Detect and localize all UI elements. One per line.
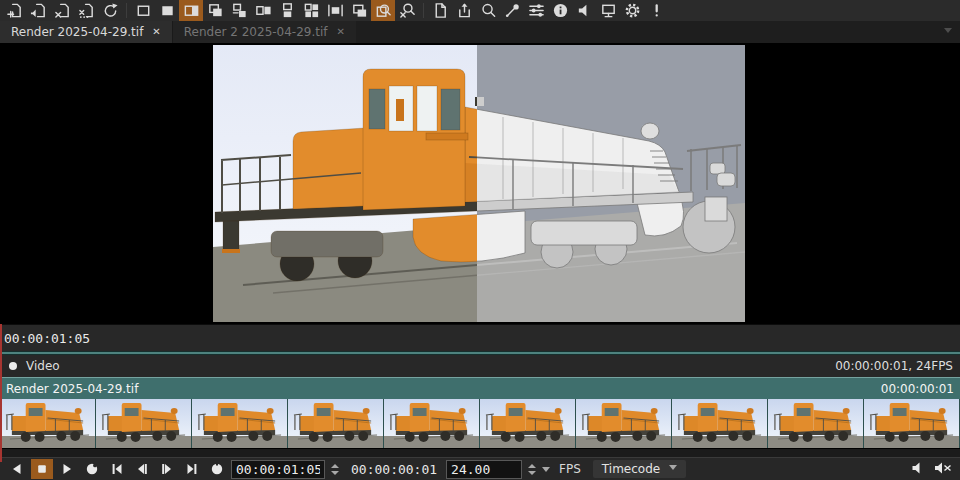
- tab-label: Render 2025-04-29.tif: [11, 25, 143, 39]
- compare-difference-icon[interactable]: [227, 0, 251, 21]
- track-duration-info: 00:00:00:01, 24FPS: [835, 359, 953, 373]
- filmstrip-frame[interactable]: [0, 399, 96, 448]
- image-controls-icon[interactable]: [524, 0, 548, 21]
- mute-icon[interactable]: [934, 460, 952, 479]
- current-frame-field[interactable]: [231, 460, 325, 479]
- go-to-start-button[interactable]: [106, 459, 128, 479]
- audio-controls: [911, 460, 954, 479]
- tab-close-icon[interactable]: ✕: [337, 27, 345, 37]
- filmstrip-frame[interactable]: [576, 399, 672, 448]
- playback-speed-field[interactable]: [446, 460, 522, 479]
- export-icon[interactable]: [452, 0, 476, 21]
- time-units-value: Timecode: [602, 462, 660, 476]
- volume-icon[interactable]: [911, 460, 925, 479]
- filmstrip-frame[interactable]: [96, 399, 192, 448]
- current-timecode: 00:00:01:05: [4, 331, 90, 346]
- chevron-down-icon: [669, 465, 677, 474]
- tab-label: Render 2 2025-04-29.tif: [184, 25, 328, 39]
- filmstrip-frame[interactable]: [384, 399, 480, 448]
- filmstrip-frame[interactable]: [480, 399, 576, 448]
- filmstrip-frame[interactable]: [864, 399, 960, 448]
- display-icon[interactable]: [596, 0, 620, 21]
- main-toolbar: [0, 0, 960, 21]
- view-frame-zoom-icon[interactable]: [371, 0, 395, 21]
- view-fit-width-icon[interactable]: [323, 0, 347, 21]
- previous-frame-button[interactable]: [131, 459, 153, 479]
- timeline-bottom-gap: [0, 448, 960, 457]
- file-open-icon[interactable]: [2, 0, 26, 21]
- djv-application-window: { "toolbar": { "items": [ {"name": "file…: [0, 0, 960, 480]
- play-button[interactable]: [56, 459, 78, 479]
- playhead-marker[interactable]: [0, 324, 2, 462]
- file-reload-icon[interactable]: [98, 0, 122, 21]
- viewer-image[interactable]: [213, 45, 745, 322]
- spin-down-icon[interactable]: [528, 471, 536, 475]
- next-frame-button[interactable]: [156, 459, 178, 479]
- file-tab-bar: Render 2025-04-29.tif ✕ Render 2 2025-04…: [0, 21, 960, 43]
- speed-spinner[interactable]: [528, 464, 536, 475]
- go-to-end-button[interactable]: [181, 459, 203, 479]
- compare-a-icon[interactable]: [131, 0, 155, 21]
- audio-icon[interactable]: [572, 0, 596, 21]
- compare-b-icon[interactable]: [155, 0, 179, 21]
- file-open-with-audio-icon[interactable]: [26, 0, 50, 21]
- compare-overlay-icon[interactable]: [203, 0, 227, 21]
- filmstrip-frame[interactable]: [672, 399, 768, 448]
- viewer-area[interactable]: [0, 43, 960, 324]
- toolbar-separator: [423, 3, 424, 18]
- info-icon[interactable]: [548, 0, 572, 21]
- file-close-all-icon[interactable]: [74, 0, 98, 21]
- track-enabled-dot[interactable]: [9, 362, 17, 370]
- in-out-points-icon[interactable]: [206, 459, 228, 479]
- frame-spinner[interactable]: [331, 464, 339, 475]
- timeline-ruler[interactable]: 00:00:01:05: [0, 324, 960, 351]
- reverse-play-button[interactable]: [6, 459, 28, 479]
- view-zoom-reset-icon[interactable]: [395, 0, 419, 21]
- filmstrip-frame[interactable]: [768, 399, 864, 448]
- tab-list-menu-icon[interactable]: [944, 28, 952, 37]
- tab-render-2[interactable]: Render 2 2025-04-29.tif ✕: [172, 21, 356, 43]
- time-units-dropdown[interactable]: Timecode: [593, 460, 686, 478]
- clip-label: Render 2025-04-29.tif: [6, 382, 138, 396]
- compare-vertical-icon[interactable]: [275, 0, 299, 21]
- compare-wipe-icon[interactable]: [179, 0, 203, 21]
- loop-playback-icon[interactable]: [81, 459, 103, 479]
- video-track-header: Video 00:00:00:01, 24FPS: [0, 355, 960, 377]
- color-picker-icon[interactable]: [500, 0, 524, 21]
- clip-duration: 00:00:00:01: [881, 382, 954, 396]
- stop-button[interactable]: [31, 459, 53, 479]
- filmstrip[interactable]: [0, 399, 960, 448]
- timeline-clip-bar[interactable]: Render 2025-04-29.tif 00:00:00:01: [0, 377, 960, 399]
- fps-label: FPS: [559, 462, 581, 476]
- filmstrip-frame[interactable]: [288, 399, 384, 448]
- filmstrip-frame[interactable]: [192, 399, 288, 448]
- tab-render-1[interactable]: Render 2025-04-29.tif ✕: [0, 21, 172, 43]
- speed-menu-icon[interactable]: [542, 467, 550, 476]
- tab-close-icon[interactable]: ✕: [152, 27, 160, 37]
- spin-up-icon[interactable]: [528, 464, 536, 468]
- compare-horizontal-icon[interactable]: [251, 0, 275, 21]
- duration-display: 00:00:00:01: [351, 462, 437, 477]
- spin-up-icon[interactable]: [331, 464, 339, 468]
- file-close-icon[interactable]: [50, 0, 74, 21]
- magnify-icon[interactable]: [476, 0, 500, 21]
- spin-down-icon[interactable]: [331, 471, 339, 475]
- file-info-icon[interactable]: [428, 0, 452, 21]
- windows-arrange-icon[interactable]: [347, 0, 371, 21]
- settings-icon[interactable]: [620, 0, 644, 21]
- toolbar-separator: [126, 3, 127, 18]
- compare-tile-icon[interactable]: [299, 0, 323, 21]
- messages-icon[interactable]: [644, 0, 668, 21]
- playback-toolbar: 00:00:00:01 FPS Timecode: [0, 457, 960, 480]
- track-label: Video: [26, 359, 60, 373]
